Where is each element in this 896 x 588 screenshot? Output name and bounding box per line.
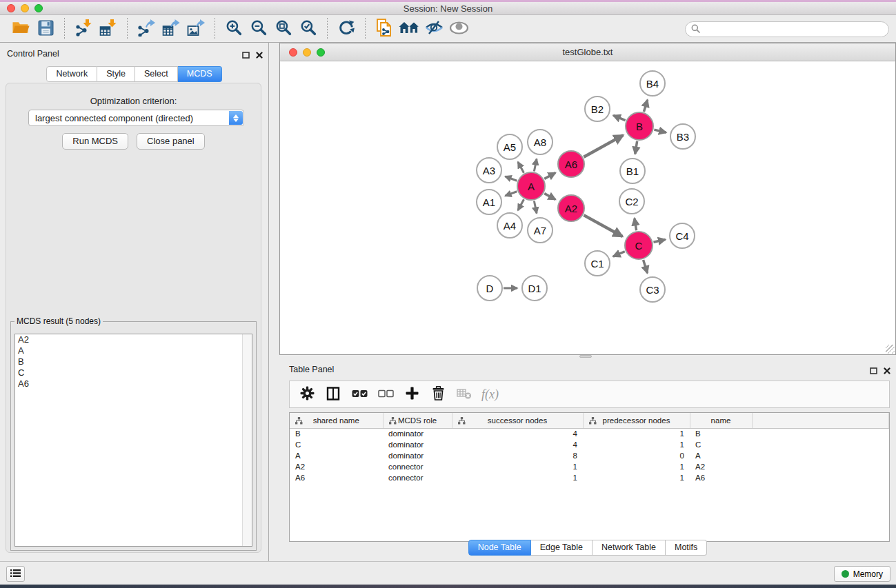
graph-node-C4[interactable]: C4 <box>669 223 695 249</box>
delete-column-button[interactable] <box>428 383 448 405</box>
graph-node-B1[interactable]: B1 <box>619 158 646 184</box>
graph-node-A[interactable]: A <box>517 172 546 201</box>
column-header-successor-nodes[interactable]: successor nodes <box>452 413 583 428</box>
tab-mcds[interactable]: MCDS <box>178 66 222 82</box>
import-table-button[interactable] <box>96 17 121 41</box>
window-resize-grip[interactable] <box>886 345 895 354</box>
tab-node-table[interactable]: Node Table <box>468 540 531 556</box>
graph-edge-A-A6[interactable] <box>544 173 555 179</box>
hide-graphics-button[interactable] <box>421 17 446 41</box>
graph-node-A4[interactable]: A4 <box>497 212 523 239</box>
graph-node-B3[interactable]: B3 <box>670 123 696 150</box>
graph-edge-B-B3[interactable] <box>654 130 666 132</box>
mcds-result-item[interactable]: A6 <box>15 378 252 389</box>
export-network-button[interactable] <box>134 17 159 41</box>
graph-edge-C-C4[interactable] <box>653 239 665 242</box>
tab-network-table[interactable]: Network Table <box>593 540 666 556</box>
tab-style[interactable]: Style <box>97 66 135 82</box>
graph-edge-B-B1[interactable] <box>635 141 637 154</box>
graph-node-B[interactable]: B <box>625 112 654 141</box>
graph-node-A1[interactable]: A1 <box>476 189 502 215</box>
export-image-button[interactable] <box>183 17 208 41</box>
graph-node-C2[interactable]: C2 <box>619 188 645 214</box>
panel-splitter-handle[interactable] <box>579 355 592 358</box>
close-panel-icon[interactable] <box>256 49 263 61</box>
zoom-out-button[interactable] <box>246 17 271 41</box>
zoom-fit-button[interactable] <box>271 17 296 41</box>
table-row[interactable]: Bdominator41B <box>290 428 889 439</box>
graph-node-B4[interactable]: B4 <box>639 70 666 97</box>
close-panel-button[interactable]: Close panel <box>137 133 205 150</box>
criterion-select[interactable]: largest connected component (directed) <box>28 110 244 126</box>
column-header-name[interactable]: name <box>690 413 752 428</box>
search-input[interactable] <box>704 25 883 34</box>
table-row[interactable]: Adominator80A <box>290 450 889 461</box>
graph-node-D1[interactable]: D1 <box>521 275 548 301</box>
show-column-button[interactable] <box>323 383 344 405</box>
home-view-button[interactable] <box>397 17 421 41</box>
export-table-button[interactable] <box>159 17 183 41</box>
mcds-result-item[interactable]: A2 <box>15 334 252 345</box>
open-file-button[interactable] <box>8 17 33 41</box>
deselect-all-button[interactable] <box>375 383 396 405</box>
clone-network-button[interactable] <box>372 17 397 41</box>
function-builder-button[interactable]: f(x) <box>481 387 499 402</box>
network-canvas[interactable]: B4B2BB3B1A5A8A6A3AA1A4A7A2C2CC4C1C3DD1 <box>280 61 895 354</box>
column-header-predecessor-nodes[interactable]: predecessor nodes <box>583 413 690 428</box>
search-field[interactable] <box>685 21 889 37</box>
graph-edge-A-A4[interactable] <box>518 199 524 210</box>
graph-edge-A-A2[interactable] <box>544 194 555 200</box>
task-history-button[interactable] <box>6 566 25 582</box>
memory-button[interactable]: Memory <box>834 566 890 582</box>
graph-edge-A-A5[interactable] <box>518 162 524 173</box>
tab-motifs[interactable]: Motifs <box>666 540 707 556</box>
column-header-mcds-role[interactable]: MCDS role <box>383 413 452 428</box>
graph-node-A6[interactable]: A6 <box>557 150 585 178</box>
float-panel-icon[interactable] <box>242 49 250 61</box>
run-mcds-button[interactable]: Run MCDS <box>62 133 128 150</box>
graph-edge-B-B4[interactable] <box>644 100 647 112</box>
graph-node-A5[interactable]: A5 <box>497 134 523 160</box>
zoom-in-button[interactable] <box>221 17 246 41</box>
graph-edge-A-A1[interactable] <box>505 192 517 196</box>
network-window-titlebar[interactable]: testGlobe.txt <box>280 43 895 61</box>
graph-node-C3[interactable]: C3 <box>639 276 666 303</box>
delete-table-button[interactable] <box>454 383 475 405</box>
graph-edge-A2-C[interactable] <box>584 215 622 236</box>
graph-node-A7[interactable]: A7 <box>527 217 553 243</box>
graph-edge-A-A7[interactable] <box>534 201 537 214</box>
select-all-button[interactable] <box>349 383 370 405</box>
table-row[interactable]: A6connector11A6 <box>290 472 889 483</box>
graph-node-A3[interactable]: A3 <box>476 157 502 183</box>
mcds-list-scrollbar[interactable] <box>242 334 252 546</box>
table-row[interactable]: Cdominator41C <box>290 439 889 450</box>
graph-node-B2[interactable]: B2 <box>584 96 610 122</box>
zoom-selected-button[interactable] <box>296 17 321 41</box>
graph-edge-B-B2[interactable] <box>613 115 626 120</box>
graph-node-D[interactable]: D <box>477 275 503 301</box>
show-graphics-button[interactable] <box>446 17 471 41</box>
tab-select[interactable]: Select <box>135 66 178 82</box>
graph-node-C[interactable]: C <box>624 231 653 260</box>
add-column-button[interactable] <box>401 383 422 405</box>
float-panel-icon[interactable] <box>870 365 877 377</box>
mcds-result-item[interactable]: B <box>15 356 252 367</box>
table-settings-button[interactable] <box>297 383 317 405</box>
graph-edge-C-C3[interactable] <box>644 260 648 273</box>
refresh-button[interactable] <box>334 17 359 41</box>
import-network-button[interactable] <box>71 17 96 41</box>
tab-network[interactable]: Network <box>46 66 97 82</box>
graph-edge-C-C2[interactable] <box>635 219 637 231</box>
graph-node-A2[interactable]: A2 <box>557 194 585 222</box>
graph-edge-A6-B[interactable] <box>584 135 623 157</box>
graph-node-A8[interactable]: A8 <box>527 129 553 155</box>
mcds-result-item[interactable]: C <box>15 367 252 378</box>
tab-edge-table[interactable]: Edge Table <box>531 540 593 556</box>
column-header-shared-name[interactable]: shared name <box>290 413 383 428</box>
graph-edge-C-C1[interactable] <box>613 252 625 256</box>
graph-edge-A-A3[interactable] <box>505 176 517 181</box>
graph-node-C1[interactable]: C1 <box>584 250 610 276</box>
mcds-result-item[interactable]: A <box>15 345 252 356</box>
graph-edge-A-A8[interactable] <box>534 159 537 171</box>
save-session-button[interactable] <box>33 17 58 41</box>
